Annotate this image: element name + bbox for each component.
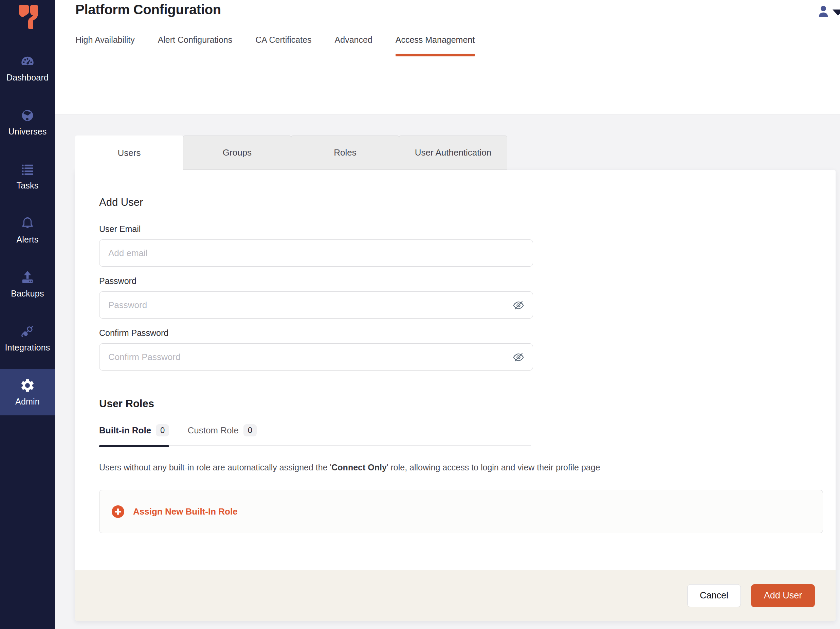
tasks-icon [20, 162, 35, 177]
chevron-down-icon[interactable] [832, 9, 840, 16]
add-user-heading: Add User [99, 196, 835, 209]
sidebar-item-backups[interactable]: Backups [0, 261, 55, 307]
add-user-button[interactable]: Add User [751, 584, 815, 607]
alerts-icon [20, 216, 35, 231]
tab-built-in-role[interactable]: Built-in Role 0 [99, 424, 169, 436]
access-management-content: Users Groups Roles User Authentication A… [55, 114, 840, 629]
role-tabs: Built-in Role 0 Custom Role 0 [99, 424, 531, 446]
page-title: Platform Configuration [75, 2, 840, 17]
sidebar-item-dashboard[interactable]: Dashboard [0, 45, 55, 92]
custom-role-label: Custom Role [188, 425, 238, 436]
built-in-role-count-badge: 0 [156, 424, 169, 436]
password-field-group: Password [99, 276, 835, 319]
sidebar-item-label: Universes [8, 127, 47, 136]
sidebar-item-alerts[interactable]: Alerts [0, 207, 55, 253]
sidebar-item-admin[interactable]: Admin [0, 369, 55, 416]
sidebar-item-tasks[interactable]: Tasks [0, 153, 55, 199]
confirm-password-field-group: Confirm Password [99, 328, 835, 371]
config-tabs: High Availability Alert Configurations C… [75, 35, 840, 45]
sidebar-item-universes[interactable]: Universes [0, 99, 55, 145]
universes-icon [20, 107, 35, 123]
sidebar-item-label: Admin [15, 397, 40, 406]
sidebar-item-label: Backups [11, 289, 44, 299]
tab-custom-role[interactable]: Custom Role 0 [188, 424, 257, 436]
sidebar-item-label: Tasks [17, 181, 39, 191]
sidebar: Dashboard Universes Tasks [0, 0, 55, 629]
subtab-roles[interactable]: Roles [291, 136, 399, 170]
add-user-form: Add User User Email Password [75, 170, 835, 570]
custom-role-count-badge: 0 [243, 424, 257, 436]
confirm-password-input[interactable] [99, 343, 533, 371]
tab-ca-certificates[interactable]: CA Certificates [255, 35, 311, 45]
role-note: Users without any built-in role are auto… [99, 461, 835, 473]
tab-access-management[interactable]: Access Management [396, 35, 475, 45]
user-email-label: User Email [99, 224, 835, 234]
sidebar-item-label: Alerts [16, 235, 38, 245]
user-email-field-group: User Email [99, 224, 835, 267]
admin-gear-icon [20, 378, 35, 393]
tab-high-availability[interactable]: High Availability [75, 35, 135, 45]
integrations-icon [20, 324, 35, 339]
tab-alert-configurations[interactable]: Alert Configurations [158, 35, 232, 45]
page-header: Platform Configuration High Availability… [55, 0, 840, 114]
eye-slash-icon[interactable] [513, 300, 524, 311]
built-in-role-label: Built-in Role [99, 425, 151, 436]
confirm-password-label: Confirm Password [99, 328, 835, 338]
sidebar-item-integrations[interactable]: Integrations [0, 315, 55, 361]
subtab-user-authentication[interactable]: User Authentication [399, 136, 507, 170]
access-subtabs: Users Groups Roles User Authentication [75, 136, 840, 170]
password-input[interactable] [99, 291, 533, 319]
yugabyte-logo[interactable] [0, 0, 55, 33]
subtab-groups[interactable]: Groups [183, 136, 291, 170]
plus-circle-icon [112, 506, 124, 518]
sidebar-item-label: Dashboard [6, 73, 49, 82]
backups-icon [20, 270, 35, 285]
cancel-button[interactable]: Cancel [687, 584, 741, 607]
user-roles-heading: User Roles [99, 398, 835, 410]
assign-built-in-role-label: Assign New Built-In Role [133, 506, 238, 517]
form-action-bar: Cancel Add User [75, 570, 835, 621]
assign-built-in-role-button[interactable]: Assign New Built-In Role [99, 490, 823, 533]
add-user-card: Add User User Email Password [75, 170, 835, 621]
user-email-input[interactable] [99, 239, 533, 267]
sidebar-item-label: Integrations [5, 343, 50, 352]
user-profile-icon[interactable] [816, 4, 831, 18]
eye-slash-icon[interactable] [513, 351, 524, 363]
dashboard-icon [20, 54, 35, 69]
connect-only-role-name: Connect Only [332, 463, 387, 472]
password-label: Password [99, 276, 835, 286]
yugabyte-logo-mark [15, 3, 40, 30]
header-divider [805, 0, 805, 33]
sidebar-nav: Dashboard Universes Tasks [0, 45, 55, 416]
subtab-users[interactable]: Users [75, 136, 183, 171]
tab-advanced[interactable]: Advanced [335, 35, 373, 45]
